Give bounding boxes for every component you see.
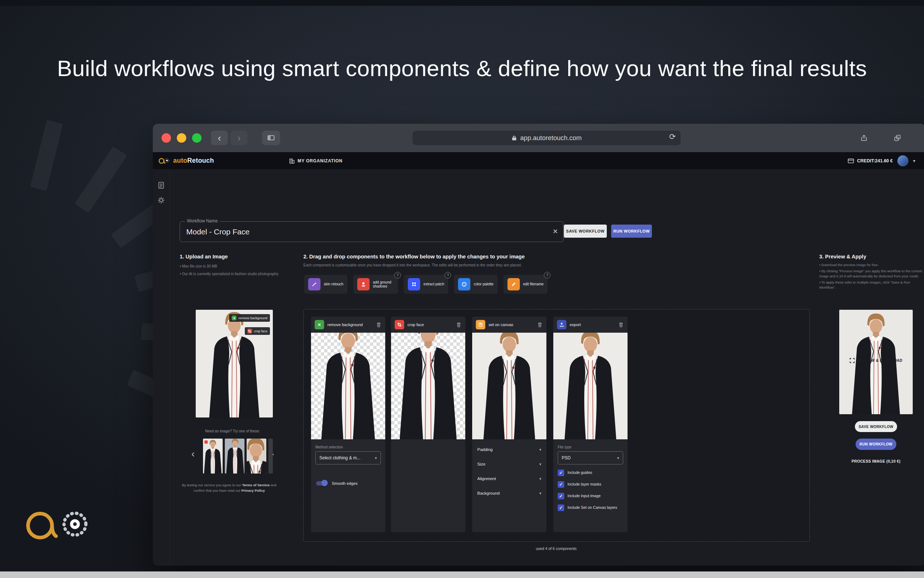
terms-link[interactable]: Terms of Service <box>242 483 270 487</box>
preview-bullets: Download the preview image for free. By … <box>819 262 924 291</box>
help-icon[interactable]: ? <box>445 272 451 278</box>
topbar-right: CREDIT:241.60 € ▾ <box>848 156 915 166</box>
alignment-option[interactable]: Alignment▾ <box>476 471 543 486</box>
sample-thumbnail[interactable] <box>203 438 223 474</box>
sample-chip-crop-face[interactable]: crop face <box>245 327 270 335</box>
smooth-edges-row: Smooth edges <box>316 481 381 486</box>
autoretouch-logo <box>21 503 94 546</box>
organization-menu[interactable]: MY ORGANIZATION <box>289 158 342 164</box>
option-label: Background <box>477 491 500 495</box>
check-icon: ✓ <box>559 470 563 475</box>
workflow-name-field[interactable]: Workflow Name Model - Crop Face ✕ <box>180 221 563 242</box>
checkbox-label: Include layer masks <box>568 482 601 487</box>
file-type-dropdown[interactable]: PSD ▾ <box>558 451 623 464</box>
check-icon: ✓ <box>559 494 563 498</box>
sidebar-toggle-button[interactable] <box>262 131 280 145</box>
card-name: set on canvas <box>489 323 513 327</box>
run-workflow-button[interactable]: RUN WORKFLOW <box>611 224 652 238</box>
component-chip-add-ground-shadows[interactable]: add ground shadows ? <box>353 275 398 294</box>
checkbox-checked[interactable]: ✓ <box>558 469 564 476</box>
workflow-card-remove-background[interactable]: remove background Method selection Selec… <box>311 317 385 532</box>
result-image-remove-background <box>311 333 385 439</box>
result-image-crop-face <box>391 333 465 439</box>
clipboard-icon <box>157 181 165 189</box>
chip-label: skin retouch <box>324 282 343 286</box>
delete-component-button[interactable] <box>376 322 382 328</box>
delete-component-button[interactable] <box>618 322 624 328</box>
chevron-down-icon: ▾ <box>539 491 541 496</box>
sample-thumbnail[interactable] <box>225 438 244 474</box>
brand[interactable]: autoRetouch <box>158 156 214 165</box>
sample-chip-remove-background[interactable]: remove background <box>229 314 270 322</box>
close-window-button[interactable] <box>162 133 171 143</box>
workflow-card-export[interactable]: export File type PSD ▾ ✓ <box>553 317 628 532</box>
sample-image[interactable]: remove background crop face <box>196 310 273 417</box>
run-workflow-pill-button[interactable]: RUN WORKFLOW <box>856 438 896 450</box>
components-usage-counter: used 4 of 6 components <box>303 546 809 551</box>
card-settings: Method selection Select clothing & m... … <box>311 439 385 532</box>
include-layer-masks-checkbox-row[interactable]: ✓ Include layer masks <box>558 481 623 488</box>
workflow-name-value: Model - Crop Face <box>186 222 249 242</box>
privacy-link[interactable]: Privacy Policy <box>241 489 265 492</box>
forward-button[interactable]: › <box>231 131 248 145</box>
checkbox-checked[interactable]: ✓ <box>558 493 564 499</box>
sample-thumbnail-partial[interactable] <box>269 438 273 474</box>
close-icon: ✕ <box>553 228 558 235</box>
preview-bullet: To apply these edits to multiple images,… <box>819 280 924 290</box>
workflow-card-crop-face[interactable]: crop face <box>391 317 465 532</box>
credit-display[interactable]: CREDIT:241.60 € <box>848 157 893 164</box>
preview-image[interactable]: PREVIEW & DOWNLOAD <box>839 310 913 414</box>
component-chip-edit-filename[interactable]: edit filename ? <box>503 275 548 294</box>
workflows-rail-button[interactable] <box>157 181 165 189</box>
help-icon[interactable]: ? <box>544 272 550 278</box>
sample-thumbnail[interactable] <box>247 438 266 474</box>
padding-option[interactable]: Padding▾ <box>476 442 543 457</box>
legal-text: By testing our service you agree to our … <box>178 482 280 493</box>
smooth-edges-toggle[interactable] <box>316 481 328 486</box>
tab-overview-button[interactable] <box>889 131 906 145</box>
delete-component-button[interactable] <box>456 322 462 328</box>
checkbox-checked[interactable]: ✓ <box>558 481 564 488</box>
reload-button[interactable]: ⟳ <box>669 132 676 141</box>
background-option[interactable]: Background▾ <box>476 486 543 500</box>
zoom-window-button[interactable] <box>192 133 202 143</box>
workflow-card-set-on-canvas[interactable]: set on canvas Padding▾ Size▾ Alignment▾ … <box>472 317 546 532</box>
chevron-down-icon[interactable]: ▾ <box>913 158 915 164</box>
card-name: export <box>570 323 581 327</box>
clear-workflow-name-button[interactable]: ✕ <box>553 222 558 242</box>
include-input-image-checkbox-row[interactable]: ✓ Include input image <box>558 493 623 499</box>
size-option[interactable]: Size▾ <box>476 457 543 471</box>
component-chip-color-palette[interactable]: color palette <box>454 275 497 294</box>
back-button[interactable]: ‹ <box>211 131 228 145</box>
user-avatar[interactable] <box>897 156 908 166</box>
delete-component-button[interactable] <box>537 322 543 328</box>
preview-download-overlay[interactable]: PREVIEW & DOWNLOAD <box>839 358 913 363</box>
settings-rail-button[interactable] <box>157 196 165 204</box>
share-button[interactable] <box>856 131 872 145</box>
include-guides-checkbox-row[interactable]: ✓ Include guides <box>558 469 623 476</box>
save-workflow-pill-button[interactable]: SAVE WORKFLOW <box>855 421 897 432</box>
components-subtext: Each component is customizable once you … <box>303 263 616 267</box>
component-chip-extract-patch[interactable]: extract patch ? <box>404 275 448 294</box>
card-header: set on canvas <box>472 317 546 333</box>
card-header: crop face <box>391 317 465 333</box>
workflow-canvas[interactable]: remove background Method selection Selec… <box>303 309 810 542</box>
option-label: Padding <box>477 447 492 452</box>
preview-bullet: Download the preview image for free. <box>819 262 924 268</box>
extract-patch-icon <box>408 278 420 291</box>
method-select-dropdown[interactable]: Select clothing & m... ▾ <box>316 451 381 464</box>
set-on-canvas-icon <box>476 320 485 330</box>
carousel-prev-button[interactable]: ‹ <box>191 448 195 460</box>
include-set-on-canvas-checkbox-row[interactable]: ✓ Include Set on Canvas layers <box>558 505 623 511</box>
minimize-window-button[interactable] <box>177 133 186 143</box>
app-topbar: autoRetouch MY ORGANIZATION CREDIT:241.6… <box>153 152 924 169</box>
help-icon[interactable]: ? <box>394 272 401 278</box>
checkbox-checked[interactable]: ✓ <box>558 505 564 511</box>
component-palette: skin retouch add ground shadows ? extrac… <box>304 275 547 294</box>
thumbnail-chip-icon <box>204 440 208 444</box>
save-workflow-button[interactable]: SAVE WORKFLOW <box>564 224 607 238</box>
brand-auto: auto <box>173 157 187 164</box>
address-bar[interactable]: app.autoretouch.com ⟳ <box>413 131 681 145</box>
component-chip-skin-retouch[interactable]: skin retouch <box>304 275 348 294</box>
lock-icon <box>511 135 517 141</box>
